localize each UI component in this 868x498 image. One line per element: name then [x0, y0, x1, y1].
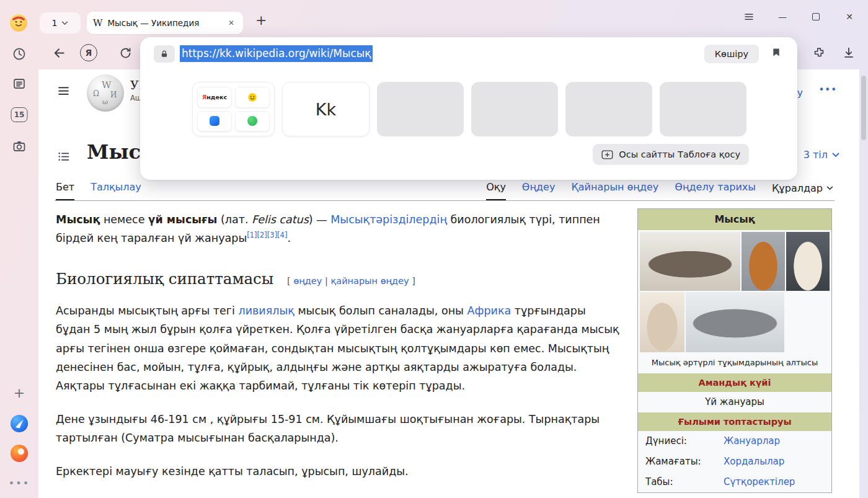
feed-icon[interactable]: [12, 76, 27, 91]
edit-link[interactable]: өңдеу: [293, 276, 322, 286]
maximize-icon[interactable]: [807, 7, 825, 26]
tab-edit[interactable]: Өңдеу: [522, 181, 556, 200]
tab-history[interactable]: Өңделу тарихы: [675, 181, 756, 200]
reload-icon[interactable]: [116, 43, 135, 62]
back-icon[interactable]: [50, 43, 68, 62]
browser-sidebar: 15 + •••: [0, 0, 38, 498]
section-edit-links: [ өңдеу | қайнарын өңдеу ]: [287, 276, 415, 286]
taxonomy-link[interactable]: Хордалылар: [724, 455, 784, 468]
sidebar-more-icon[interactable]: •••: [9, 478, 30, 489]
titlebar: 1 W Мысық — Уикипедия ✕ + — ✕: [38, 0, 868, 35]
taxonomy-label: Табы:: [645, 476, 724, 489]
tile-empty[interactable]: [565, 82, 652, 136]
cat-image-tabby-walking[interactable]: [686, 292, 784, 352]
article-tabs: Бет Талқылау Оқу Өңдеу Қайнарын өңдеу Өң…: [56, 181, 833, 200]
profile-avatar[interactable]: [10, 14, 27, 32]
tile-kk-wikipedia[interactable]: Kk: [282, 82, 370, 136]
page-scrollbar-thumb[interactable]: [861, 76, 866, 140]
wikipedia-logo[interactable]: W Ω И ω: [87, 74, 124, 112]
tile-yandex-services[interactable]: Яндекс: [192, 82, 275, 136]
yandex-wordmark: Яндекс: [202, 94, 227, 100]
tab-page[interactable]: Бет: [56, 181, 74, 200]
tab-counter-value: 1: [52, 18, 58, 28]
add-to-tablo-label: Осы сайтты Таблоға қосу: [619, 149, 740, 159]
omnibox-panel: https://kk.wikipedia.org/wiki/Мысық Көші…: [140, 37, 797, 180]
sidebar-add-icon[interactable]: +: [14, 385, 25, 401]
chevron-down-icon: [61, 21, 68, 25]
smiley-service-icon[interactable]: [235, 87, 270, 108]
taxonomy-link[interactable]: Жануарлар: [724, 435, 780, 448]
language-label: 3 тіл: [804, 149, 828, 161]
tab-edit-source[interactable]: Қайнарын өңдеу: [571, 181, 658, 200]
minimize-icon[interactable]: —: [774, 7, 791, 26]
yandex-browser-icon[interactable]: [10, 414, 29, 433]
tab-counter-button[interactable]: 1: [40, 12, 81, 33]
taxonomy-row: Жамағаты: Хордалылар: [638, 451, 831, 472]
wiki-menu-icon[interactable]: [57, 84, 70, 100]
tab-read[interactable]: Оқу: [486, 181, 506, 200]
cat-image-striped-lying[interactable]: [640, 232, 740, 291]
add-tile-icon: [601, 150, 613, 159]
cat-image-ginger-sitting[interactable]: [742, 232, 785, 291]
green-service-icon[interactable]: [235, 111, 270, 132]
article-body: Мысық Мысық әртүрлі тұқымдарының алтысы …: [56, 201, 832, 498]
infobox-status-header: Амандық күйі: [638, 373, 831, 392]
screenshot-icon[interactable]: [12, 139, 27, 154]
blue-app-logo: [210, 116, 219, 126]
tab-close-icon[interactable]: ✕: [226, 17, 237, 29]
tile-empty[interactable]: [660, 82, 746, 136]
yandex-service-icon[interactable]: Яндекс: [197, 87, 232, 108]
browser-menu-icon[interactable]: [740, 7, 758, 26]
tab-tools[interactable]: Құралдар: [772, 181, 833, 200]
taxonomy-link[interactable]: Сүтқоректілер: [724, 476, 795, 489]
cat-image-white-ginger[interactable]: [786, 232, 830, 291]
cat-image-siamese[interactable]: [640, 292, 684, 352]
address-bar-url[interactable]: https://kk.wikipedia.org/wiki/Мысық: [180, 45, 373, 62]
tab-tools-label: Құралдар: [772, 182, 823, 194]
maximize-box: [812, 13, 820, 20]
wikipedia-favicon: W: [93, 17, 102, 29]
taxonomy-row: Табы: Сүтқоректілер: [638, 472, 831, 492]
bracket: [: [287, 276, 291, 286]
language-selector[interactable]: 3 тіл: [804, 149, 839, 161]
separator: |: [325, 276, 328, 286]
tab-count-badge[interactable]: 15: [11, 107, 28, 122]
close-icon[interactable]: ✕: [841, 7, 858, 26]
infobox-title: Мысық: [638, 209, 831, 230]
new-tab-button[interactable]: +: [250, 11, 272, 29]
edit-source-link[interactable]: қайнарын өңдеу: [330, 276, 409, 286]
green-app-logo: [247, 116, 257, 126]
bracket: ]: [412, 276, 415, 286]
browser-tab-active[interactable]: W Мысық — Уикипедия ✕: [87, 12, 243, 34]
infobox: Мысық Мысық әртүрлі тұқымдарының алтысы …: [637, 208, 832, 493]
yandex-start-icon[interactable]: [10, 444, 29, 463]
taxonomy-label: Жамағаты:: [645, 455, 724, 468]
tablo-tiles: Яндекс Kk: [192, 82, 746, 136]
bookmark-icon[interactable]: [771, 47, 781, 61]
tile-empty[interactable]: [377, 82, 464, 136]
wiki-more-icon[interactable]: •••: [818, 84, 837, 96]
history-icon[interactable]: [12, 47, 27, 61]
download-icon[interactable]: [839, 43, 858, 62]
lock-icon[interactable]: [154, 45, 175, 63]
tab-count-value: 15: [11, 107, 28, 122]
contents-list-icon[interactable]: [57, 150, 70, 166]
copy-url-button[interactable]: Көшіру: [704, 45, 759, 63]
extensions-icon[interactable]: [810, 43, 828, 62]
infobox-taxonomy-header: Ғылыми топтастыруы: [638, 412, 831, 431]
blue-service-icon[interactable]: [197, 111, 232, 132]
tab-title: Мысық — Уикипедия: [107, 18, 221, 28]
chevron-down-icon: [826, 186, 833, 190]
window-controls: — ✕: [740, 7, 858, 26]
cat-image-gray-face[interactable]: [786, 292, 830, 352]
infobox-image-grid: [638, 230, 831, 354]
add-to-tablo-button[interactable]: Осы сайтты Таблоға қосу: [593, 144, 749, 165]
infobox-status-value: Үй жануары: [638, 392, 831, 412]
infobox-caption: Мысық әртүрлі тұқымдарының алтысы: [638, 354, 831, 373]
section-heading-text: Биологиялық сипаттамасы: [56, 270, 273, 288]
taxonomy-row: Дүниесі: Жануарлар: [638, 431, 831, 451]
taxonomy-label: Дүниесі:: [645, 435, 724, 448]
tab-talk[interactable]: Талқылау: [91, 181, 141, 200]
yandex-logo-icon[interactable]: Я: [79, 43, 98, 62]
tile-empty[interactable]: [471, 82, 558, 136]
